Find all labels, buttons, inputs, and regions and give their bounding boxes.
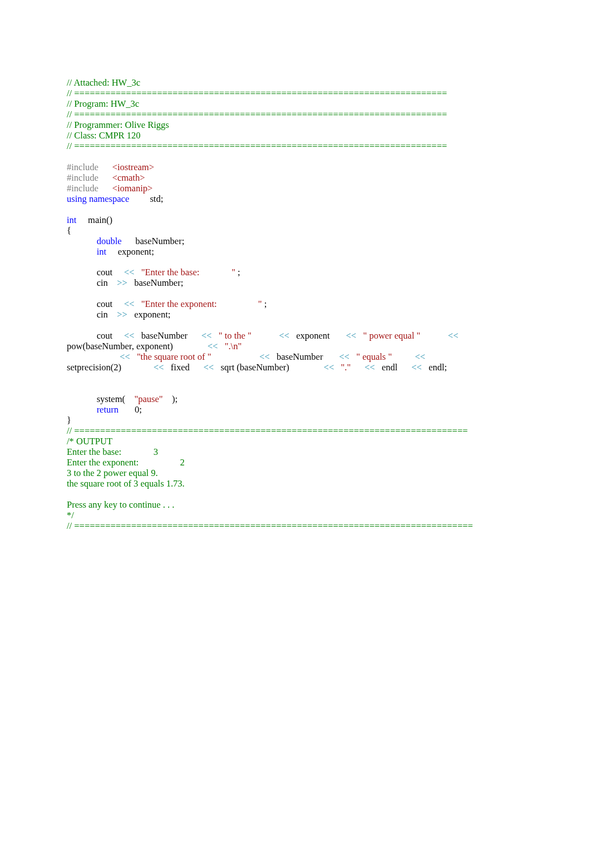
code-token: { bbox=[67, 225, 71, 236]
code-token: << bbox=[259, 351, 272, 362]
code-line: #include <cmath> bbox=[67, 173, 524, 183]
code-token: main() bbox=[76, 215, 112, 225]
code-token: << bbox=[411, 362, 424, 373]
code-token: >> bbox=[117, 309, 130, 320]
code-line: // =====================================… bbox=[67, 88, 524, 99]
code-token: using namespace bbox=[67, 194, 129, 204]
code-token: the square root of 3 equals 1.73. bbox=[67, 478, 185, 489]
code-token: "pause" bbox=[134, 394, 162, 404]
code-line: int main() bbox=[67, 215, 524, 226]
code-token: ; bbox=[235, 267, 240, 277]
code-line: */ bbox=[67, 510, 524, 521]
code-line: #include <iostream> bbox=[67, 162, 524, 173]
code-token: */ bbox=[67, 510, 74, 520]
code-line bbox=[67, 289, 524, 299]
code-line: // Programmer: Olive Riggs bbox=[67, 120, 524, 131]
code-line: // Attached: HW_3c bbox=[67, 78, 524, 88]
code-token: // Programmer: Olive Riggs bbox=[67, 120, 169, 130]
code-line: the square root of 3 equals 1.73. bbox=[67, 479, 524, 489]
code-token: << bbox=[208, 341, 223, 351]
code-line: // =====================================… bbox=[67, 521, 524, 532]
code-token: fixed bbox=[169, 362, 204, 373]
code-line bbox=[67, 373, 524, 384]
code-token: sqrt (baseNumber) bbox=[216, 362, 323, 373]
code-token: #include bbox=[67, 183, 112, 194]
code-token: "." bbox=[341, 362, 351, 373]
code-token: system( bbox=[67, 394, 134, 404]
code-line: // Class: CMPR 120 bbox=[67, 131, 524, 141]
code-line: int exponent; bbox=[67, 247, 524, 257]
code-token bbox=[392, 351, 415, 362]
code-token: " equals " bbox=[354, 351, 392, 362]
code-line: 3 to the 2 power equal 9. bbox=[67, 468, 524, 479]
code-token: "the square root of " bbox=[137, 351, 211, 362]
code-token: << bbox=[120, 351, 137, 362]
code-line bbox=[67, 320, 524, 331]
code-token: std; bbox=[129, 194, 163, 204]
code-block: // Attached: HW_3c// ===================… bbox=[67, 78, 524, 532]
code-token: int bbox=[97, 246, 106, 257]
code-line: cin >> baseNumber; bbox=[67, 278, 524, 289]
code-token: "Enter the base: " bbox=[141, 267, 235, 277]
code-token: #include bbox=[67, 172, 112, 183]
code-token: baseNumber; bbox=[130, 277, 183, 288]
code-token bbox=[420, 330, 448, 341]
code-token: << bbox=[154, 362, 169, 373]
code-token bbox=[67, 351, 120, 362]
code-token: << bbox=[124, 299, 141, 309]
code-token: // =====================================… bbox=[67, 141, 447, 151]
code-token: <iostream> bbox=[112, 162, 154, 172]
code-line: pow(baseNumber, exponent) << ".\n" bbox=[67, 341, 524, 352]
code-token: "Enter the exponent: " bbox=[141, 299, 262, 309]
code-line: cout << baseNumber << " to the " << expo… bbox=[67, 331, 524, 341]
code-token bbox=[67, 236, 97, 246]
code-token: endl bbox=[377, 362, 411, 373]
code-token: " to the " bbox=[216, 330, 252, 341]
code-line bbox=[67, 205, 524, 215]
code-line: #include <iomanip> bbox=[67, 183, 524, 194]
code-token: cout bbox=[67, 299, 124, 309]
code-token: <cmath> bbox=[112, 172, 145, 183]
code-line bbox=[67, 384, 524, 394]
code-line: cout << "Enter the base: " ; bbox=[67, 267, 524, 278]
code-token: Press any key to continue . . . bbox=[67, 499, 174, 510]
code-token: int bbox=[67, 215, 76, 225]
code-token: " power equal " bbox=[361, 330, 420, 341]
code-token: >> bbox=[117, 277, 130, 288]
code-line: using namespace std; bbox=[67, 194, 524, 205]
code-token bbox=[252, 330, 279, 341]
code-line: { bbox=[67, 226, 524, 236]
code-token: return bbox=[97, 404, 119, 415]
code-document: // Attached: HW_3c// ===================… bbox=[0, 0, 591, 532]
code-line: Enter the base: 3 bbox=[67, 447, 524, 458]
code-token: // Attached: HW_3c bbox=[67, 77, 140, 88]
code-token: ; bbox=[262, 299, 267, 309]
code-token: << bbox=[124, 330, 137, 341]
code-line: Press any key to continue . . . bbox=[67, 500, 524, 510]
code-line: // =====================================… bbox=[67, 426, 524, 437]
code-line: << "the square root of " << baseNumber <… bbox=[67, 352, 524, 363]
code-token: << bbox=[346, 330, 361, 341]
code-token: } bbox=[67, 415, 71, 425]
code-line: /* OUTPUT bbox=[67, 437, 524, 447]
code-token: // =====================================… bbox=[67, 109, 447, 120]
code-token: exponent; bbox=[130, 309, 170, 320]
code-token: pow(baseNumber, exponent) bbox=[67, 341, 208, 351]
code-token: cin bbox=[67, 277, 117, 288]
code-token: endl; bbox=[424, 362, 447, 373]
code-line: // Program: HW_3c bbox=[67, 99, 524, 110]
code-token: cin bbox=[67, 309, 117, 320]
code-token: ); bbox=[163, 394, 178, 404]
code-line: // =====================================… bbox=[67, 110, 524, 120]
code-token bbox=[211, 351, 259, 362]
code-line: return 0; bbox=[67, 405, 524, 415]
code-line: // =====================================… bbox=[67, 141, 524, 152]
code-token: baseNumber bbox=[272, 351, 339, 362]
code-token: ".\n" bbox=[223, 341, 242, 351]
code-token: double bbox=[97, 236, 122, 246]
code-token: // =====================================… bbox=[67, 425, 468, 436]
code-token: Enter the exponent: 2 bbox=[67, 457, 185, 468]
code-token: cout bbox=[67, 330, 124, 341]
code-token: << bbox=[415, 351, 430, 362]
code-line: } bbox=[67, 415, 524, 426]
